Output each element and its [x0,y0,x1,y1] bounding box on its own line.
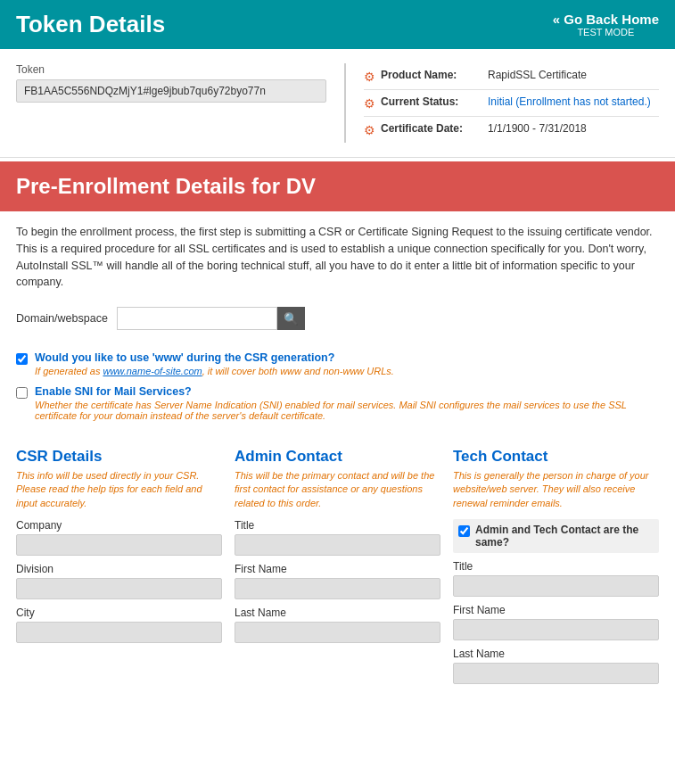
tech-description: This is generally the person in charge o… [453,469,659,510]
gear-icon-1: ⚙ [364,70,375,84]
city-label: City [16,607,222,619]
admin-lastname-label: Last Name [235,607,440,619]
token-value: FB1AA5C556NDQzMjY1#lge9jbub7qu6y72byo77n [16,79,326,103]
certificate-date-value: 1/1/1900 - 7/31/2018 [488,122,587,135]
admin-title: Admin Contact [235,448,440,466]
www-checkbox-note: If generated as www.name-of-site.com, it… [35,366,394,376]
current-status-value: Initial (Enrollment has not started.) [488,95,651,108]
tech-lastname-label: Last Name [453,648,659,660]
admin-title-input[interactable] [235,534,440,556]
www-checkbox-label: Would you like to use 'www' during the C… [35,351,394,364]
three-columns: CSR Details This info will be used direc… [0,437,675,684]
checkboxes-block: Would you like to use 'www' during the C… [0,351,675,437]
tech-contact-column: Tech Contact This is generally the perso… [453,448,659,684]
tech-firstname-label: First Name [453,604,659,616]
current-status-label: Current Status: [381,95,488,108]
page-header: Token Details « Go Back Home TEST MODE [0,0,675,49]
certificate-date-label: Certificate Date: [381,122,488,135]
domain-input-wrap: 🔍 [117,307,305,330]
same-contact-row: Admin and Tech Contact are the same? [453,519,659,553]
admin-title-label: Title [235,519,440,532]
domain-row: Domain/webspace 🔍 [16,307,659,330]
current-status-row: ⚙ Current Status: Initial (Enrollment ha… [364,90,659,117]
gear-icon-3: ⚙ [364,123,375,137]
same-contact-label: Admin and Tech Contact are the same? [475,524,654,549]
company-input[interactable] [16,534,222,556]
pre-enrollment-banner: Pre-Enrollment Details for DV [0,161,675,211]
product-name-label: Product Name: [381,69,488,81]
csr-details-column: CSR Details This info will be used direc… [16,448,222,684]
csr-description: This info will be used directly in your … [16,469,222,510]
search-icon: 🔍 [284,312,299,326]
www-checkbox[interactable] [16,353,28,365]
tech-title-input[interactable] [453,575,659,597]
certificate-date-row: ⚙ Certificate Date: 1/1/1900 - 7/31/2018 [364,117,659,143]
search-button[interactable]: 🔍 [277,307,305,330]
admin-firstname-label: First Name [235,563,440,575]
admin-contact-column: Admin Contact This will be the primary c… [235,448,440,684]
pre-enrollment-description: To begin the enrollment process, the fir… [0,211,675,303]
go-back-link[interactable]: « Go Back Home [553,12,659,27]
www-checkbox-content: Would you like to use 'www' during the C… [35,351,394,376]
www-link[interactable]: www.name-of-site.com [103,366,202,376]
domain-section: Domain/webspace 🔍 [0,303,675,351]
admin-lastname-input[interactable] [235,622,440,643]
tech-firstname-input[interactable] [453,619,659,640]
tech-title: Tech Contact [453,448,659,466]
test-mode-badge: TEST MODE [553,27,659,37]
product-name-row: ⚙ Product Name: RapidSSL Certificate [364,63,659,90]
division-label: Division [16,563,222,575]
gear-icon-2: ⚙ [364,96,375,111]
same-contact-checkbox[interactable] [458,525,470,537]
token-right: ⚙ Product Name: RapidSSL Certificate ⚙ C… [346,63,659,143]
csr-title: CSR Details [16,448,222,466]
tech-lastname-input[interactable] [453,663,659,684]
product-name-value: RapidSSL Certificate [488,69,587,81]
pre-enrollment-title: Pre-Enrollment Details for DV [16,174,659,199]
token-label: Token [16,63,326,76]
token-left: Token FB1AA5C556NDQzMjY1#lge9jbub7qu6y72… [16,63,346,143]
admin-firstname-input[interactable] [235,578,440,599]
company-label: Company [16,519,222,532]
division-input[interactable] [16,578,222,599]
city-input[interactable] [16,622,222,643]
sni-checkbox[interactable] [16,387,28,399]
sni-checkbox-row: Enable SNI for Mail Services? Whether th… [16,385,659,421]
domain-label: Domain/webspace [16,312,108,325]
admin-description: This will be the primary contact and wil… [235,469,440,510]
domain-input[interactable] [117,307,277,330]
token-section: Token FB1AA5C556NDQzMjY1#lge9jbub7qu6y72… [0,49,675,158]
sni-checkbox-label: Enable SNI for Mail Services? [35,385,659,398]
sni-checkbox-content: Enable SNI for Mail Services? Whether th… [35,385,659,421]
header-right: « Go Back Home TEST MODE [553,12,659,37]
sni-checkbox-note: Whether the certificate has Server Name … [35,400,659,421]
tech-title-label: Title [453,560,659,573]
www-checkbox-row: Would you like to use 'www' during the C… [16,351,659,376]
page-title: Token Details [16,11,165,38]
